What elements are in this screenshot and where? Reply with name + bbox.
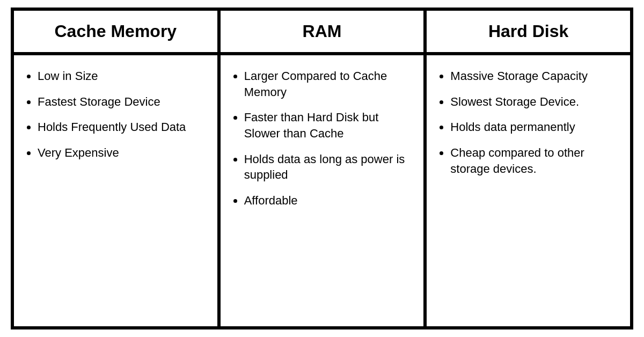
header-hard-disk: Hard Disk [425, 9, 632, 54]
content-ram: Larger Compared to Cache Memory Faster t… [219, 54, 426, 328]
comparison-table: Cache Memory RAM Hard Disk Low in Size F… [11, 8, 633, 329]
ram-list: Larger Compared to Cache Memory Faster t… [231, 68, 413, 209]
list-item: Low in Size [38, 68, 207, 84]
list-item: Larger Compared to Cache Memory [244, 68, 413, 100]
cache-memory-list: Low in Size Fastest Storage Device Holds… [25, 68, 207, 161]
list-item: Holds data permanently [450, 119, 619, 135]
list-item: Fastest Storage Device [38, 94, 207, 110]
list-item: Cheap compared to other storage devices. [450, 145, 619, 177]
header-ram: RAM [219, 9, 426, 54]
list-item: Affordable [244, 193, 413, 209]
content-hard-disk: Massive Storage Capacity Slowest Storage… [425, 54, 632, 328]
list-item: Holds Frequently Used Data [38, 119, 207, 135]
hard-disk-list: Massive Storage Capacity Slowest Storage… [437, 68, 619, 177]
header-hard-disk-title: Hard Disk [488, 21, 568, 41]
header-ram-title: RAM [303, 21, 342, 41]
list-item: Faster than Hard Disk but Slower than Ca… [244, 109, 413, 141]
list-item: Massive Storage Capacity [450, 68, 619, 84]
header-cache-memory: Cache Memory [12, 9, 219, 54]
content-cache-memory: Low in Size Fastest Storage Device Holds… [12, 54, 219, 328]
header-cache-memory-title: Cache Memory [55, 21, 177, 41]
list-item: Slowest Storage Device. [450, 94, 619, 110]
list-item: Holds data as long as power is supplied [244, 151, 413, 183]
list-item: Very Expensive [38, 145, 207, 161]
